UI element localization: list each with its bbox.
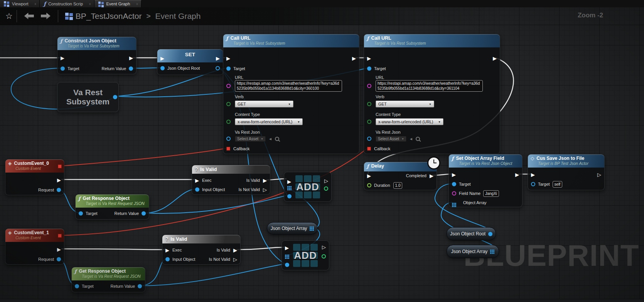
target-pin[interactable]: [452, 182, 456, 186]
exec-out-pin[interactable]: ▶: [515, 172, 519, 177]
node-call-url-1[interactable]: ƒ Call URL Target is Va Rest Subsystem ▶…: [223, 34, 359, 154]
return-value-pin[interactable]: [129, 67, 133, 71]
back-arrow-icon[interactable]: [24, 13, 34, 19]
target-pin[interactable]: [75, 284, 79, 289]
delegate-pin[interactable]: [58, 234, 62, 238]
use-selected-icon[interactable]: ◄: [409, 137, 413, 141]
verb-dropdown[interactable]: GET▼: [235, 101, 293, 107]
input-object-pin[interactable]: [165, 257, 170, 262]
node-add-array-1[interactable]: ADD ▶ ▷: [284, 172, 332, 202]
exec-in-pin[interactable]: ▶: [287, 179, 291, 184]
is-valid-out-pin[interactable]: ▶: [233, 248, 237, 253]
close-icon[interactable]: x: [89, 2, 91, 6]
exec-out-pin[interactable]: ▷: [324, 178, 328, 183]
new-item-pin[interactable]: [287, 194, 292, 198]
object-array-pin[interactable]: [452, 203, 456, 207]
va-rest-json-pin[interactable]: [367, 137, 371, 141]
exec-out-pin[interactable]: ▶: [129, 55, 133, 60]
node-add-array-2[interactable]: ADD ▶ ▷: [282, 240, 329, 270]
new-item-pin[interactable]: [285, 263, 289, 267]
verb-pin[interactable]: [226, 102, 231, 106]
close-icon[interactable]: x: [136, 2, 138, 6]
node-custom-event-0[interactable]: ◈ CustomEvent_0 Custom Event ▶ Request: [5, 159, 64, 195]
content-type-pin[interactable]: [226, 120, 231, 124]
exec-out-pin[interactable]: ▶: [57, 178, 61, 183]
delegate-pin[interactable]: [58, 164, 62, 168]
subsystem-out-pin[interactable]: [113, 95, 117, 99]
node-set-object-array-field[interactable]: ƒ Set Object Array Field Target is Va Re…: [448, 154, 523, 207]
node-cus-save-json-to-file[interactable]: ◇ Cus Save Json to File Target is BP Tes…: [528, 154, 605, 190]
exec-in-pin[interactable]: ▶: [61, 55, 64, 60]
request-pin[interactable]: [57, 257, 61, 262]
node-set-json-object-root[interactable]: SET ▶ ▶ Json Object Root: [157, 49, 223, 75]
exec-out-pin[interactable]: ▶: [216, 56, 220, 61]
return-index-pin[interactable]: [322, 254, 326, 258]
verb-pin[interactable]: [367, 102, 371, 106]
node-get-response-object-2[interactable]: ƒ Get Response Object Target is Va Rest …: [71, 267, 145, 292]
node-is-valid-1[interactable]: ? Is Valid ▶ Exec Is Valid ▶ Input Objec…: [192, 165, 270, 195]
breadcrumb-root[interactable]: BP_TestJsonActor: [76, 12, 142, 21]
search-icon[interactable]: [275, 137, 279, 141]
exec-in-pin[interactable]: ▶: [165, 248, 169, 253]
target-pin[interactable]: [226, 67, 231, 71]
is-not-valid-out-pin[interactable]: ▷: [233, 257, 237, 262]
star-icon[interactable]: ☆: [5, 12, 13, 21]
pill-json-object-array-mid[interactable]: Json Object Array: [267, 222, 318, 235]
url-pin[interactable]: [367, 84, 371, 88]
node-get-response-object-1[interactable]: ƒ Get Response Object Target is Va Rest …: [75, 194, 149, 220]
target-pin[interactable]: [531, 182, 535, 186]
json-object-root-in-pin[interactable]: [160, 66, 165, 70]
exec-in-pin[interactable]: ▶: [367, 56, 371, 61]
target-pin[interactable]: [61, 67, 65, 71]
exec-out-pin[interactable]: ▷: [322, 245, 326, 250]
node-custom-event-1[interactable]: ◈ CustomEvent_1 Custom Event ▶ Request: [5, 228, 64, 265]
content-type-dropdown[interactable]: x-www-form-urlencoded (URL)▼: [235, 118, 303, 125]
request-pin[interactable]: [57, 188, 61, 192]
target-pin[interactable]: [367, 67, 371, 71]
target-self-field[interactable]: self: [553, 181, 563, 188]
exec-in-pin[interactable]: ▶: [452, 172, 456, 177]
verb-dropdown[interactable]: GET▼: [376, 101, 434, 107]
field-name-pin[interactable]: [452, 191, 456, 196]
array-out-pin[interactable]: [490, 250, 494, 254]
is-not-valid-out-pin[interactable]: ▷: [263, 187, 267, 192]
node-va-rest-subsystem[interactable]: Va Rest Subsystem: [57, 82, 119, 112]
exec-out-pin[interactable]: ▷: [597, 172, 601, 177]
field-name-field[interactable]: JangXi: [483, 190, 499, 197]
target-pin[interactable]: [79, 211, 83, 216]
select-asset-dropdown[interactable]: Select Asset▼: [235, 136, 266, 142]
return-value-pin[interactable]: [142, 211, 146, 216]
exec-out-pin[interactable]: ▶: [493, 56, 497, 61]
exec-in-pin[interactable]: ▶: [160, 56, 164, 61]
exec-out-pin[interactable]: ▶: [57, 247, 61, 252]
tab-construction-script[interactable]: ƒ Construction Scrip x: [40, 0, 94, 7]
close-icon[interactable]: x: [35, 2, 37, 6]
url-pin[interactable]: [226, 84, 231, 88]
content-type-pin[interactable]: [367, 120, 371, 124]
content-type-dropdown[interactable]: x-www-form-urlencoded (URL)▼: [376, 118, 443, 125]
exec-in-pin[interactable]: ▶: [285, 245, 289, 250]
completed-out-pin[interactable]: ▶: [430, 173, 433, 178]
forward-arrow-icon[interactable]: [41, 13, 51, 19]
object-out-pin[interactable]: [488, 232, 492, 236]
exec-in-pin[interactable]: ▶: [195, 178, 199, 183]
pill-json-object-array-right[interactable]: Json Object Array: [447, 245, 499, 258]
input-object-pin[interactable]: [195, 188, 199, 192]
node-is-valid-2[interactable]: ? Is Valid ▶ Exec Is Valid ▶ Input Objec…: [162, 235, 241, 265]
callback-pin[interactable]: [367, 147, 371, 151]
exec-in-pin[interactable]: ▶: [226, 56, 230, 61]
is-valid-out-pin[interactable]: ▶: [263, 178, 267, 183]
array-out-pin[interactable]: [310, 226, 314, 231]
va-rest-json-pin[interactable]: [226, 137, 231, 141]
url-field[interactable]: https://restapi.amap.com/v3/weather/weat…: [235, 80, 342, 92]
tab-viewport[interactable]: Viewport x: [0, 0, 40, 7]
use-selected-icon[interactable]: ◄: [268, 137, 272, 141]
tab-event-graph[interactable]: Event Graph x: [94, 0, 142, 7]
json-object-root-out-pin[interactable]: [216, 66, 220, 70]
callback-pin[interactable]: [226, 147, 230, 151]
pill-json-object-root[interactable]: Json Object Root: [447, 227, 496, 240]
duration-field[interactable]: 1.0: [393, 182, 403, 189]
node-call-url-2[interactable]: ƒ Call URL Target is Va Rest Subsystem ▶…: [364, 34, 500, 154]
return-index-pin[interactable]: [324, 186, 328, 191]
exec-in-pin[interactable]: ▶: [367, 173, 371, 178]
